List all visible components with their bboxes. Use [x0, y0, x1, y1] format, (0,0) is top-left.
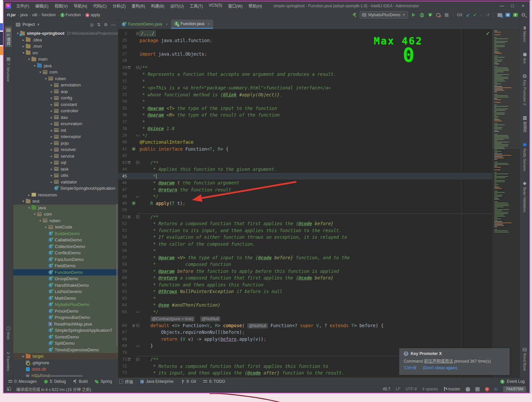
tree-item-simple-springboot[interactable]: ▾simple-springbootD:\file\idea\IdeaProje…: [13, 30, 118, 37]
line-number[interactable]: 58: [118, 261, 127, 268]
fold-collapse-icon[interactable]: −: [136, 161, 139, 164]
line-number[interactable]: 71: [118, 356, 127, 363]
gutter[interactable]: 44: [118, 166, 140, 173]
toolwindow-button-build[interactable]: Build: [73, 379, 88, 384]
project-panel-title[interactable]: Project: [23, 22, 35, 27]
gutter[interactable]: 41↓: [118, 146, 140, 153]
collapse-all-icon[interactable]: ⇅: [97, 22, 100, 27]
toolwindow-button--[interactable]: >终端: [119, 379, 133, 384]
code-line-55[interactable]: 55 * the caller of the composed function…: [118, 241, 492, 248]
code-line-41[interactable]: 41↓public interface Function<T, R> {: [118, 146, 492, 153]
code-line-26[interactable]: 26: [118, 44, 492, 51]
gutter[interactable]: 68: [118, 336, 140, 343]
tree-item-utils[interactable]: ▸utils: [13, 172, 118, 179]
code-line-34[interactable]: 34 *: [118, 98, 492, 105]
collapsed-arrow-icon[interactable]: ▸: [49, 167, 54, 171]
profiler-button[interactable]: [436, 13, 441, 17]
gutter[interactable]: 28: [118, 57, 140, 64]
collapsed-arrow-icon[interactable]: ▸: [49, 141, 54, 145]
gutter[interactable]: 63: [118, 295, 140, 302]
tree-item-conflictdemo[interactable]: CConflictDemo: [13, 250, 118, 256]
tree-item-ruben[interactable]: ▾ruben: [13, 218, 118, 224]
tree-item-enumration[interactable]: ▸enumration: [13, 121, 118, 127]
line-number[interactable]: 61: [118, 281, 127, 288]
line-number[interactable]: 43: [118, 159, 127, 166]
gutter[interactable]: 56: [118, 247, 140, 254]
expanded-arrow-icon[interactable]: ▾: [32, 64, 37, 68]
expanded-arrow-icon[interactable]: ▾: [27, 57, 31, 61]
gutter[interactable]: 69: [118, 342, 140, 349]
line-number[interactable]: 50: [118, 207, 127, 214]
gutter[interactable]: 62: [118, 288, 140, 295]
run-config-selector[interactable]: MybatisPlusDemo ▼: [360, 11, 408, 19]
line-number[interactable]: 41: [118, 146, 127, 153]
breadcrumb-item[interactable]: function: [42, 13, 56, 17]
gutter[interactable]: 57: [118, 254, 140, 261]
collapsed-arrow-icon[interactable]: ▸: [49, 148, 54, 151]
tree-item-java[interactable]: ▾java: [13, 63, 118, 69]
tree-item-progressbardemo[interactable]: CProgressBarDemo: [13, 314, 118, 321]
build-hammer-icon[interactable]: [352, 13, 357, 17]
line-number[interactable]: 29: [118, 64, 127, 71]
line-number[interactable]: 55: [118, 241, 127, 248]
code-line-42[interactable]: 42: [118, 152, 492, 159]
line-number[interactable]: 70: [118, 349, 127, 356]
code-line-47[interactable]: 47 * @return the function result: [118, 186, 492, 193]
screencast-icon[interactable]: [513, 13, 518, 17]
line-number[interactable]: 30: [118, 71, 127, 78]
gutter[interactable]: 31: [118, 78, 140, 85]
gutter[interactable]: 29−: [118, 64, 140, 71]
line-number[interactable]: 69: [118, 342, 127, 349]
hide-panel-icon[interactable]: —: [111, 22, 115, 27]
coverage-button[interactable]: [428, 13, 432, 17]
code-line-60[interactable]: 60 * @return a composed function that fi…: [118, 275, 492, 281]
key-promoter-notification[interactable]: X Key Promoter X Command 前往声明或用法 pressed…: [399, 348, 509, 375]
code-line-35[interactable]: 35 * @param <T> the type of the input to…: [118, 105, 492, 112]
gutter[interactable]: 51−: [118, 214, 140, 221]
line-number[interactable]: 46: [118, 179, 127, 186]
code-line-57[interactable]: 57 * @param <V> the type of input to the…: [118, 254, 492, 261]
line-number[interactable]: 47: [118, 186, 127, 193]
tree-item-fielddemo[interactable]: CFieldDemo: [13, 263, 118, 269]
tree-item-main[interactable]: ▾main: [13, 56, 118, 63]
code-line-46[interactable]: 46 * @param t the function argument: [118, 179, 492, 186]
menu-item[interactable]: 重构(R): [129, 2, 148, 10]
tree-item-aop[interactable]: ▸aop: [13, 88, 118, 95]
translate-icon[interactable]: G: [505, 13, 510, 17]
javadoc-toggle-icon[interactable]: [128, 66, 131, 69]
collapsed-arrow-icon[interactable]: ▸: [49, 83, 54, 87]
cloud-config-icon[interactable]: [466, 387, 470, 391]
collapsed-arrow-icon[interactable]: ▸: [49, 161, 54, 164]
code-line-37[interactable]: 37 *: [118, 119, 492, 126]
tree-item-fastjsondemo[interactable]: CFastJsonDemo: [13, 256, 118, 263]
gutter[interactable]: 65: [118, 309, 140, 316]
gutter[interactable]: 40: [118, 139, 140, 146]
tree-item--gitignore[interactable]: .gitignore: [13, 360, 118, 366]
breadcrumb-item[interactable]: util: [32, 13, 37, 17]
code-line-49[interactable]: 49↓ R apply(T t);: [118, 200, 492, 207]
code-line-63[interactable]: 63 *: [118, 295, 492, 302]
line-number[interactable]: 49: [118, 200, 127, 207]
command-link[interactable]: 前往声明或用法: [424, 359, 453, 364]
toolwindow-button-java-enterprise[interactable]: JJava Enterprise: [140, 379, 173, 384]
line-number[interactable]: 52: [118, 220, 127, 227]
dock-icon[interactable]: [7, 387, 11, 391]
collapsed-arrow-icon[interactable]: ▸: [43, 225, 48, 229]
line-number[interactable]: 38: [118, 125, 127, 132]
menu-item[interactable]: 代码(C): [90, 2, 109, 10]
fold-collapse-icon[interactable]: −: [136, 66, 139, 69]
tool-strip-web[interactable]: Web: [6, 327, 10, 339]
code-line-59[interactable]: 59 * @param before the function to apply…: [118, 268, 492, 275]
tree-item-simplespringbootapplication[interactable]: CSimpleSpringbootApplication: [13, 185, 118, 192]
code-line-54[interactable]: 54 * If evaluation of either function th…: [118, 234, 492, 241]
tree-item-mathdemo[interactable]: CMathDemo: [13, 295, 118, 302]
code-line-38[interactable]: 38 * @since 1.8: [118, 125, 492, 132]
gutter[interactable]: 27: [118, 51, 140, 58]
tree-item-interceptor[interactable]: ▸interceptor: [13, 133, 118, 140]
code-line-40[interactable]: 40@FunctionalInterface: [118, 139, 492, 146]
toolwindow-button-0-messages[interactable]: 0: Messages: [8, 379, 37, 384]
project-vertical-scrollbar[interactable]: [116, 204, 118, 346]
toolwindow-button-6-todo[interactable]: 6: TODO: [203, 379, 225, 384]
gutter[interactable]: 42: [118, 152, 140, 159]
line-number[interactable]: 62: [118, 288, 127, 295]
